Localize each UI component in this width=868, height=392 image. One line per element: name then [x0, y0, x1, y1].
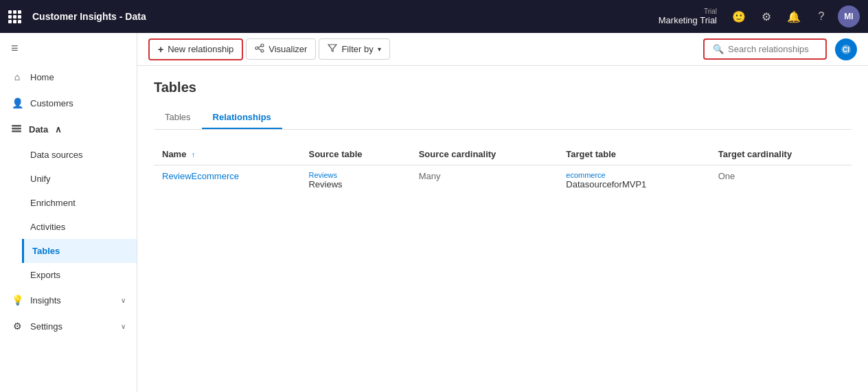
- customers-icon: 👤: [11, 97, 23, 109]
- filter-icon: [328, 43, 337, 55]
- sidebar-item-home[interactable]: ⌂ Home: [0, 64, 137, 90]
- source-cardinality: Many: [419, 171, 441, 181]
- bell-icon[interactable]: 🔔: [783, 5, 805, 27]
- tab-tables[interactable]: Tables: [154, 106, 202, 129]
- table-row: ReviewEcommerce Reviews Reviews Many eco…: [154, 165, 852, 196]
- settings-icon[interactable]: ⚙: [755, 5, 777, 27]
- page-body: Tables Tables Relationships Name ↑: [137, 66, 868, 392]
- insights-icon: 💡: [11, 294, 23, 306]
- search-input[interactable]: [728, 44, 817, 54]
- avatar[interactable]: MI: [838, 5, 860, 27]
- app-title: Customer Insights - Data: [32, 11, 146, 22]
- col-name[interactable]: Name ↑: [154, 143, 300, 165]
- settings-chevron: ∨: [121, 323, 126, 330]
- svg-rect-1: [12, 128, 21, 130]
- trial-label: Trial: [704, 8, 717, 15]
- sidebar: ≡ ⌂ Home 👤 Customers Data ∧ Data sources…: [0, 33, 137, 392]
- svg-line-7: [258, 49, 261, 51]
- trial-name: Marketing Trial: [659, 15, 717, 25]
- content-area: + New relationship Visualizer Filter by …: [137, 33, 868, 392]
- visualizer-icon: [255, 43, 264, 55]
- source-sub: Reviews: [308, 171, 402, 179]
- topbar-right: Trial Marketing Trial 🙂 ⚙ 🔔 ? MI: [659, 5, 860, 27]
- page-title: Tables: [154, 80, 852, 95]
- row-name-link[interactable]: ReviewEcommerce: [162, 171, 239, 181]
- svg-line-6: [258, 46, 261, 48]
- sidebar-item-enrichment[interactable]: Enrichment: [22, 191, 137, 215]
- svg-text:CI: CI: [843, 46, 849, 54]
- sidebar-item-unify[interactable]: Unify: [22, 167, 137, 191]
- sidebar-item-data-sources[interactable]: Data sources: [22, 143, 137, 167]
- grid-icon[interactable]: [8, 10, 21, 23]
- sidebar-item-settings[interactable]: ⚙ Settings ∨: [0, 313, 137, 339]
- home-icon: ⌂: [11, 71, 23, 83]
- insights-chevron: ∨: [121, 297, 126, 304]
- data-icon: [11, 123, 22, 136]
- topbar: Customer Insights - Data Trial Marketing…: [0, 0, 868, 33]
- sidebar-toggle[interactable]: ≡: [0, 33, 137, 64]
- smiley-icon[interactable]: 🙂: [728, 5, 750, 27]
- trial-info: Trial Marketing Trial: [659, 8, 717, 25]
- search-box[interactable]: 🔍: [703, 38, 827, 60]
- sidebar-sub-data: Data sources Unify Enrichment Activities…: [0, 143, 137, 287]
- sidebar-item-insights[interactable]: 💡 Insights ∨: [0, 287, 137, 313]
- sort-icon: ↑: [192, 150, 196, 159]
- visualizer-button[interactable]: Visualizer: [246, 38, 316, 60]
- plus-icon: +: [158, 44, 163, 55]
- settings-sidebar-icon: ⚙: [11, 320, 23, 332]
- app-logo: Customer Insights - Data: [8, 10, 146, 23]
- col-source-table: Source table: [300, 143, 410, 165]
- col-source-cardinality: Source cardinality: [411, 143, 558, 165]
- svg-point-4: [261, 44, 264, 47]
- data-chevron: ∧: [55, 124, 62, 135]
- svg-point-5: [261, 49, 264, 52]
- target-main: DatasourceforMVP1: [566, 179, 701, 189]
- ci-logo: CI: [835, 38, 857, 60]
- source-main: Reviews: [308, 179, 402, 189]
- sidebar-item-tables[interactable]: Tables: [22, 239, 137, 263]
- filter-by-button[interactable]: Filter by ▾: [319, 38, 389, 60]
- svg-rect-0: [12, 125, 21, 127]
- main-layout: ≡ ⌂ Home 👤 Customers Data ∧ Data sources…: [0, 33, 868, 392]
- new-relationship-button[interactable]: + New relationship: [148, 38, 243, 60]
- help-icon[interactable]: ?: [810, 5, 832, 27]
- search-icon: 🔍: [713, 44, 724, 54]
- target-cardinality: One: [718, 171, 735, 181]
- col-target-table: Target table: [558, 143, 709, 165]
- filter-chevron-icon: ▾: [378, 45, 381, 53]
- col-target-cardinality: Target cardinality: [710, 143, 852, 165]
- relationships-table: Name ↑ Source table Source cardinality T…: [154, 143, 852, 195]
- sidebar-item-data[interactable]: Data ∧: [0, 116, 137, 143]
- sidebar-item-exports[interactable]: Exports: [22, 263, 137, 287]
- target-sub: ecommerce: [566, 171, 701, 179]
- sidebar-item-customers[interactable]: 👤 Customers: [0, 90, 137, 116]
- tab-relationships[interactable]: Relationships: [202, 106, 282, 129]
- svg-point-3: [255, 47, 258, 49]
- svg-rect-2: [12, 130, 21, 132]
- tabs: Tables Relationships: [154, 106, 852, 130]
- toolbar: + New relationship Visualizer Filter by …: [137, 33, 868, 66]
- sidebar-item-activities[interactable]: Activities: [22, 215, 137, 239]
